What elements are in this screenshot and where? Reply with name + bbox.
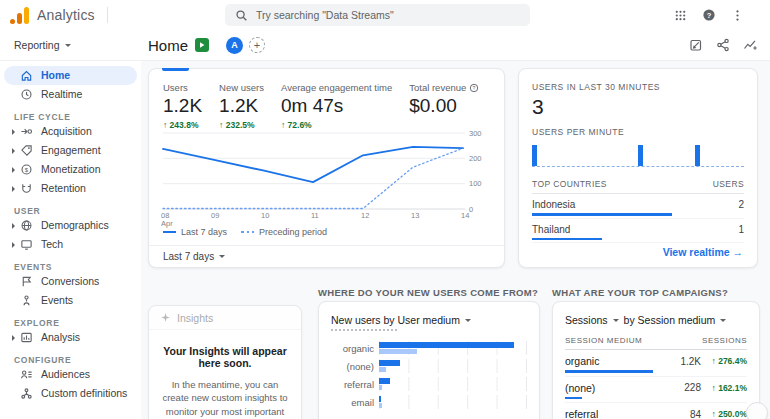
- expand-arrow-icon[interactable]: [9, 148, 18, 154]
- new-users-dimension-selector[interactable]: New users by User medium: [331, 314, 527, 326]
- session-change: ↑ 250.0%: [701, 409, 747, 419]
- sidebar-item-demographics[interactable]: Demographics: [4, 216, 137, 235]
- sidebar-item-acquisition[interactable]: Acquisition: [4, 122, 137, 141]
- date-range-selector[interactable]: Last 7 days: [163, 251, 225, 262]
- session-row-organic[interactable]: organic1.2K↑ 276.4%: [565, 350, 747, 377]
- nav-switcher[interactable]: Reporting: [0, 39, 71, 51]
- session-change: ↑ 276.4%: [701, 356, 747, 366]
- sidebar-item-analysis[interactable]: Analysis: [4, 328, 137, 347]
- sidebar-item-engagement[interactable]: Engagement: [4, 141, 137, 160]
- svg-text:12: 12: [361, 211, 369, 220]
- customize-report-icon[interactable]: [689, 38, 703, 52]
- expand-arrow-icon[interactable]: [9, 167, 18, 173]
- svg-text:100: 100: [469, 179, 482, 188]
- insights-body: In the meantime, you can create new cust…: [160, 378, 290, 419]
- sidebar-item-label: Acquisition: [41, 125, 92, 137]
- expand-arrow-icon[interactable]: [9, 223, 18, 229]
- session-value: 228: [684, 382, 701, 393]
- monetization-icon: $: [20, 163, 33, 176]
- metric-users[interactable]: Users1.2K↑ 243.8%: [163, 82, 202, 130]
- hbar-preceding-bar: [379, 367, 386, 372]
- chevron-down-icon[interactable]: [720, 319, 726, 322]
- expand-arrow-icon[interactable]: [9, 242, 18, 248]
- country-bar: [532, 213, 672, 216]
- expand-arrow-icon[interactable]: [9, 186, 18, 192]
- help-icon[interactable]: ?: [702, 8, 716, 22]
- retention-icon: [20, 182, 33, 195]
- dotted-underline: [331, 329, 397, 331]
- trend-legend: Last 7 daysPreceding period: [163, 227, 327, 237]
- users-tab-indicator[interactable]: [162, 68, 189, 71]
- session-bar: [565, 370, 653, 373]
- country-users: 2: [738, 199, 744, 210]
- country-users: 1: [738, 224, 744, 235]
- sidebar-item-tech[interactable]: Tech: [4, 235, 137, 254]
- svg-text:0: 0: [469, 205, 473, 214]
- view-realtime-link[interactable]: View realtime →: [663, 246, 743, 258]
- sidebar-item-label: Tech: [41, 238, 63, 250]
- report-header-bar: Reporting Home A +: [0, 30, 770, 61]
- sidebar-item-realtime[interactable]: Realtime: [4, 85, 137, 104]
- sessions-by-medium-card: Sessions by Session medium SESSION MEDIU…: [552, 301, 760, 419]
- sessions-col-label: SESSIONS: [702, 336, 747, 345]
- session-row-referral[interactable]: referral84↑ 250.0%: [565, 403, 747, 419]
- sidebar-item-label: Custom definitions: [41, 387, 127, 399]
- country-row[interactable]: Indonesia2: [532, 194, 744, 219]
- nav-switcher-label: Reporting: [14, 39, 60, 51]
- hbar-row-none: (none): [331, 359, 527, 373]
- metric-label: Average engagement time: [281, 82, 392, 93]
- metric-new-users[interactable]: New users1.2K↑ 232.5%: [219, 82, 264, 130]
- share-icon[interactable]: [716, 38, 730, 52]
- sidebar-item-home[interactable]: Home: [4, 66, 137, 85]
- session-value: 84: [690, 409, 701, 419]
- metric-total-revenue[interactable]: Total revenue?$0.00: [409, 82, 479, 130]
- add-comparison-button[interactable]: +: [249, 37, 265, 53]
- sidebar-section-header: CONFIGURE: [0, 347, 141, 365]
- more-menu-icon[interactable]: [731, 9, 744, 22]
- auto-insights-icon[interactable]: [743, 38, 758, 52]
- tech-icon: [20, 238, 33, 251]
- sessions-metric-selector[interactable]: Sessions: [565, 314, 608, 326]
- comparison-chip[interactable]: A: [226, 37, 243, 54]
- expand-arrow-icon[interactable]: [9, 129, 18, 135]
- expand-arrow-icon[interactable]: [9, 335, 18, 341]
- search-icon: [235, 9, 248, 22]
- new-users-card-title: New users by User medium: [331, 314, 460, 326]
- session-line: referral84↑ 250.0%: [565, 408, 747, 419]
- session-medium-col-label: SESSION MEDIUM: [565, 336, 642, 345]
- page-title: Home: [148, 37, 188, 54]
- report-badge-icon: [195, 38, 209, 52]
- metric-average-engagement-time[interactable]: Average engagement time0m 47s↑ 72.6%: [281, 82, 392, 130]
- sessions-dimension-selector[interactable]: by Session medium: [624, 314, 716, 326]
- search-bar[interactable]: Try searching "Data Streams": [225, 4, 530, 26]
- audiences-icon: [20, 368, 33, 381]
- country-name: Indonesia: [532, 199, 575, 210]
- brand[interactable]: Analytics: [0, 7, 95, 24]
- session-row-none[interactable]: (none)228↑ 162.1%: [565, 377, 747, 404]
- sidebar-item-monetization[interactable]: $Monetization: [4, 160, 137, 179]
- svg-text:09: 09: [211, 211, 219, 220]
- apps-grid-icon[interactable]: [674, 9, 687, 22]
- country-row[interactable]: Thailand1: [532, 219, 744, 244]
- sidebar-item-custom-definitions[interactable]: Custom definitions: [4, 384, 137, 403]
- floating-button[interactable]: [746, 402, 768, 419]
- main-content: Users1.2K↑ 243.8%New users1.2K↑ 232.5%Av…: [141, 61, 770, 419]
- help-circle-icon[interactable]: ?: [469, 83, 479, 93]
- sidebar-item-audiences[interactable]: Audiences: [4, 365, 137, 384]
- acquisition-icon: [20, 125, 33, 138]
- legend-label: Last 7 days: [181, 227, 227, 237]
- realtime-card: USERS IN LAST 30 MINUTES 3 USERS PER MIN…: [518, 68, 758, 268]
- svg-text:?: ?: [707, 11, 712, 20]
- sidebar-item-retention[interactable]: Retention: [4, 179, 137, 198]
- sidebar-item-events[interactable]: Events: [4, 291, 137, 310]
- svg-text:$: $: [25, 167, 29, 173]
- countries-col-label: TOP COUNTRIES: [532, 179, 607, 189]
- countries-table: Indonesia2Thailand1: [532, 194, 744, 243]
- google-analytics-logo-icon: [10, 7, 29, 24]
- metric-label: New users: [219, 82, 264, 93]
- events-icon: [20, 294, 33, 307]
- metrics-row: Users1.2K↑ 243.8%New users1.2K↑ 232.5%Av…: [149, 69, 504, 130]
- chevron-down-icon[interactable]: [613, 319, 619, 322]
- sidebar-item-conversions[interactable]: Conversions: [4, 272, 137, 291]
- svg-text:200: 200: [469, 154, 482, 163]
